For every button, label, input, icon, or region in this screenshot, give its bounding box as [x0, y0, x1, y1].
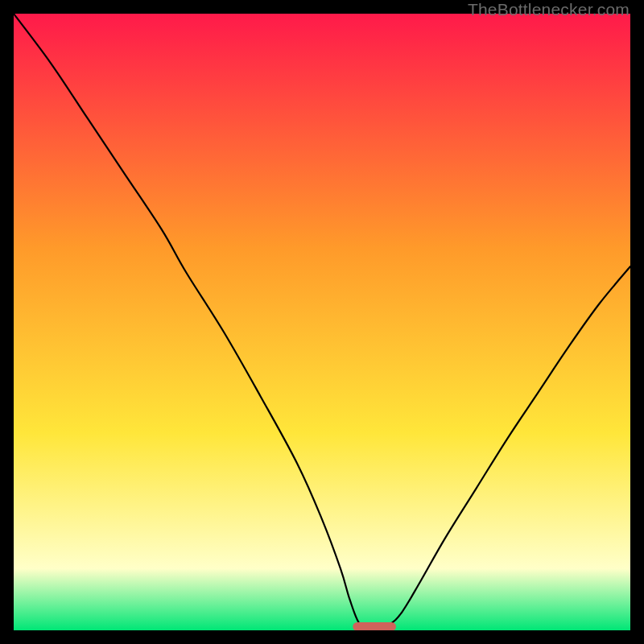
chart-frame: [14, 14, 630, 630]
optimal-marker: [353, 622, 396, 630]
gradient-background: [14, 14, 630, 630]
bottleneck-chart: [14, 14, 630, 630]
watermark-text: TheBottlenecker.com: [468, 0, 630, 19]
